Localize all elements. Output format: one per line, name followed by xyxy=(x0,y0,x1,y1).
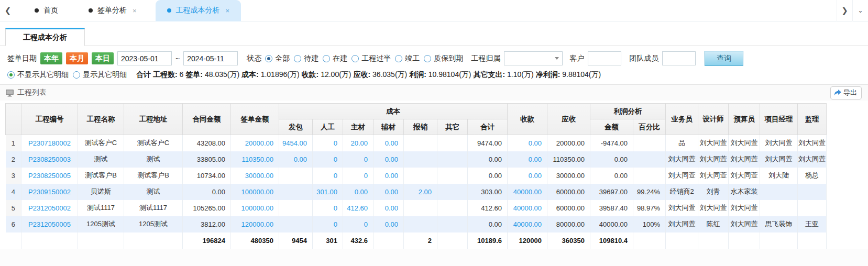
date-from-input[interactable] xyxy=(117,51,172,65)
tab-bar-right-controls: ❯ ⌄ xyxy=(837,0,868,21)
radio-icon[interactable] xyxy=(294,55,301,62)
amount-cell: 0 xyxy=(313,151,343,168)
column-header: 收款 xyxy=(508,104,547,135)
radio-selected-icon[interactable] xyxy=(265,55,272,62)
cell: 刘大同萱 xyxy=(729,135,760,151)
profit-group-header: 利润分析 xyxy=(590,104,666,119)
search-button[interactable]: 查询 xyxy=(705,51,743,66)
total-cell: 480350 xyxy=(231,232,279,249)
radio-option[interactable]: 在建 xyxy=(323,54,347,63)
radio-selected-icon[interactable] xyxy=(7,71,15,79)
table-row[interactable]: 2P2308250003测试测试33805.00110350.000.00000… xyxy=(6,151,827,168)
tabs-scroll-left-icon[interactable]: ❮ xyxy=(0,0,16,21)
radio-option[interactable]: 全部 xyxy=(265,54,290,63)
date-to-input[interactable] xyxy=(183,51,238,65)
chevron-down-icon xyxy=(555,57,559,60)
radio-icon[interactable] xyxy=(351,55,359,62)
amount-cell: 0.00 xyxy=(373,168,404,184)
total-cell xyxy=(21,232,78,249)
amount-cell: 0 xyxy=(313,168,343,184)
amount-cell: 0 xyxy=(343,216,373,232)
project-code-link[interactable]: P2309150002 xyxy=(21,184,78,200)
cell: 刘大同萱 xyxy=(798,135,827,151)
summary-item-label: 其它支出: xyxy=(474,70,508,79)
this-month-button[interactable]: 本月 xyxy=(66,52,88,64)
project-belong-select[interactable] xyxy=(504,51,563,65)
cell xyxy=(437,184,468,200)
sign-date-label: 签单日期 xyxy=(7,54,37,63)
project-code-link[interactable]: P2307180002 xyxy=(21,135,78,151)
radio-icon[interactable] xyxy=(395,55,402,62)
total-cell xyxy=(633,232,666,249)
cell: 王亚 xyxy=(798,216,827,232)
export-label: 导出 xyxy=(843,88,857,97)
tab-dot-icon xyxy=(167,8,171,13)
project-code-link[interactable]: P2312050002 xyxy=(21,200,78,216)
window-tab[interactable]: 签单分析× xyxy=(77,0,148,21)
customer-input[interactable] xyxy=(588,51,621,65)
window-tab[interactable]: 工程成本分析× xyxy=(156,0,241,21)
row-index: 3 xyxy=(6,168,21,184)
cell: 刘大同萱 xyxy=(666,151,698,168)
list-title: 工程列表 xyxy=(17,88,47,97)
tab-dot-icon xyxy=(89,8,93,13)
amount-cell: 40000.00 xyxy=(508,200,547,216)
total-cell xyxy=(78,232,124,249)
radio-option[interactable]: 工程过半 xyxy=(351,54,391,63)
table-row[interactable]: 1P2307180002测试客户C测试客户C43208.0020000.0094… xyxy=(6,135,827,151)
radio-icon[interactable] xyxy=(73,71,80,79)
summary-item: 收款: 12.00(万) xyxy=(302,70,351,80)
table-row[interactable]: 3P2308250005测试客户B测试客户B10734.0030000.0000… xyxy=(6,168,827,184)
column-header xyxy=(6,104,21,135)
total-cell: 9454 xyxy=(279,232,313,249)
cell: 9474.00 xyxy=(468,135,508,151)
cell xyxy=(404,151,437,168)
cost-sub-header: 人工 xyxy=(313,119,343,135)
radio-option[interactable]: 质保到期 xyxy=(424,54,463,63)
cell: 刘大同萱 xyxy=(729,168,760,184)
cell: 1205测试 xyxy=(124,216,183,232)
project-code-link[interactable]: P2312050005 xyxy=(21,216,78,232)
today-button[interactable]: 本日 xyxy=(92,52,114,64)
summary-item-label: 应收: xyxy=(354,70,373,79)
cell: 412.60 xyxy=(468,200,508,216)
radio-option[interactable]: 竣工 xyxy=(395,54,420,63)
tab-close-icon[interactable]: × xyxy=(133,7,137,15)
cell: 80000.00 xyxy=(547,216,590,232)
amount-cell: 40000.00 xyxy=(508,184,547,200)
cell: 测试客户C xyxy=(124,135,183,151)
cell: 贝诺斯 xyxy=(78,184,124,200)
amount-cell: 0.00 xyxy=(279,151,313,168)
summary-item-value: 6 xyxy=(180,70,184,79)
tab-close-icon[interactable]: × xyxy=(226,7,230,15)
radio-option[interactable]: 待建 xyxy=(294,54,318,63)
team-member-input[interactable] xyxy=(662,51,696,65)
column-header: 合同金额 xyxy=(183,104,231,135)
cell: 3812.00 xyxy=(183,216,231,232)
cell xyxy=(760,200,798,216)
window-tab[interactable]: 首页 xyxy=(23,0,70,21)
radio-icon[interactable] xyxy=(323,55,330,62)
radio-option[interactable]: 不显示其它明细 xyxy=(7,70,69,80)
table-row[interactable]: 5P2312050002测试1117测试1117105265.00100000.… xyxy=(6,200,827,216)
radio-label: 工程过半 xyxy=(361,54,391,63)
tabs-menu-icon[interactable]: ⌄ xyxy=(852,0,868,21)
cell xyxy=(437,200,468,216)
project-code-link[interactable]: P2308250005 xyxy=(21,168,78,184)
column-header: 监理 xyxy=(798,104,827,135)
this-year-button[interactable]: 本年 xyxy=(40,52,62,64)
table-row[interactable]: 4P2309150002贝诺斯测试0.00100000.00301.000.00… xyxy=(6,184,827,200)
page-tab-project-cost-analysis[interactable]: 工程成本分析 xyxy=(5,28,85,46)
bottom-spacer xyxy=(0,249,868,266)
radio-option[interactable]: 显示其它明细 xyxy=(73,70,127,80)
cell xyxy=(404,168,437,184)
cell xyxy=(279,168,313,184)
cell xyxy=(798,200,827,216)
project-code-link[interactable]: P2308250003 xyxy=(21,151,78,168)
radio-icon[interactable] xyxy=(424,55,431,62)
total-cell xyxy=(698,232,729,249)
table-row[interactable]: 6P23120500051205测试1205测试3812.00120000.00… xyxy=(6,216,827,232)
cell: 刘大同萱 xyxy=(698,151,729,168)
export-button[interactable]: 导出 xyxy=(830,86,862,99)
tabs-scroll-right-icon[interactable]: ❯ xyxy=(837,0,852,21)
